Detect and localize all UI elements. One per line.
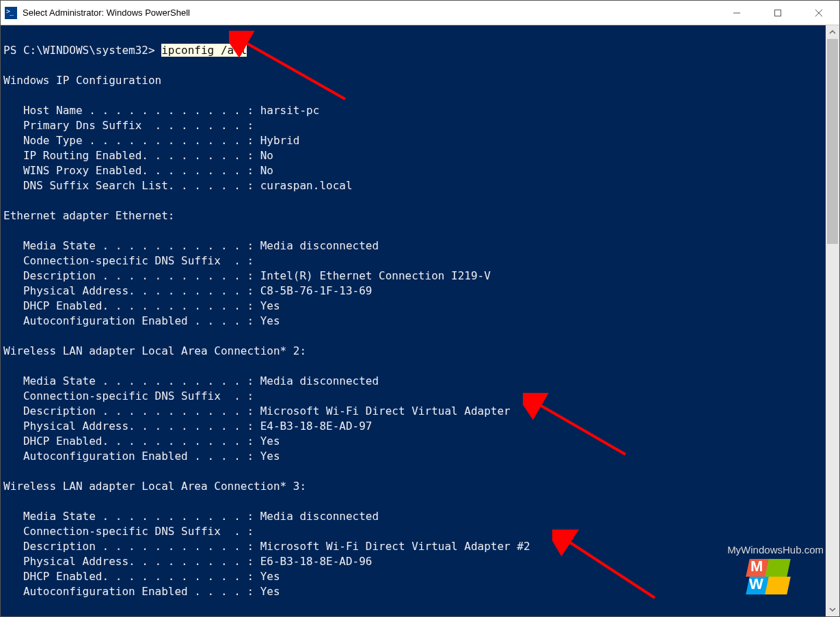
line-dns-search: DNS Suffix Search List. . . . . . : cura… <box>3 179 353 192</box>
scrollbar-thumb[interactable] <box>827 39 838 244</box>
svg-rect-1 <box>775 10 781 16</box>
section-header-wifi: Wireless LAN adapter Wi-Fi: <box>3 615 181 616</box>
wlan2-suffix: Connection-specific DNS Suffix . : <box>3 389 254 402</box>
wlan3-auto: Autoconfiguration Enabled . . . . : Yes <box>3 585 280 598</box>
scroll-down-button[interactable] <box>826 603 839 616</box>
section-header-ipconfig: Windows IP Configuration <box>3 74 161 87</box>
minimize-button[interactable] <box>716 1 757 25</box>
wlan3-phys: Physical Address. . . . . . . . . : E6-B… <box>3 555 372 568</box>
wlan3-suffix: Connection-specific DNS Suffix . : <box>3 525 254 538</box>
wlan2-media: Media State . . . . . . . . . . . : Medi… <box>3 374 379 387</box>
entered-command: ipconfig /all <box>161 44 247 57</box>
eth-desc: Description . . . . . . . . . . . : Inte… <box>3 269 491 282</box>
wlan3-desc: Description . . . . . . . . . . . : Micr… <box>3 540 530 553</box>
line-node-type: Node Type . . . . . . . . . . . . : Hybr… <box>3 134 299 147</box>
wlan2-dhcp: DHCP Enabled. . . . . . . . . . . : Yes <box>3 435 280 448</box>
section-header-ethernet: Ethernet adapter Ethernet: <box>3 209 174 222</box>
wlan3-media: Media State . . . . . . . . . . . : Medi… <box>3 510 379 523</box>
window-title: Select Administrator: Windows PowerShell <box>23 8 716 18</box>
line-primary-dns: Primary Dns Suffix . . . . . . . : <box>3 119 254 132</box>
section-header-wlan3: Wireless LAN adapter Local Area Connecti… <box>3 480 306 493</box>
eth-auto: Autoconfiguration Enabled . . . . : Yes <box>3 314 280 327</box>
scroll-up-button[interactable] <box>826 25 839 39</box>
eth-phys: Physical Address. . . . . . . . . : C8-5… <box>3 284 372 297</box>
line-ip-routing: IP Routing Enabled. . . . . . . . : No <box>3 149 273 162</box>
line-hostname: Host Name . . . . . . . . . . . . : hars… <box>3 104 319 117</box>
powershell-app-icon <box>5 7 17 19</box>
scrollbar-track[interactable] <box>826 25 839 616</box>
wlan2-desc: Description . . . . . . . . . . . : Micr… <box>3 405 511 417</box>
wlan2-auto: Autoconfiguration Enabled . . . . : Yes <box>3 450 280 463</box>
close-button[interactable] <box>798 1 839 25</box>
prompt-prefix: PS C:\WINDOWS\system32> <box>3 44 161 57</box>
eth-dhcp: DHCP Enabled. . . . . . . . . . . : Yes <box>3 299 280 312</box>
wlan3-dhcp: DHCP Enabled. . . . . . . . . . . : Yes <box>3 570 280 583</box>
section-header-wlan2: Wireless LAN adapter Local Area Connecti… <box>3 344 306 357</box>
terminal-output[interactable]: PS C:\WINDOWS\system32> ipconfig /all Wi… <box>1 25 839 616</box>
maximize-button[interactable] <box>757 1 798 25</box>
eth-suffix: Connection-specific DNS Suffix . : <box>3 254 254 267</box>
wlan2-phys: Physical Address. . . . . . . . . : E4-B… <box>3 420 372 433</box>
line-wins-proxy: WINS Proxy Enabled. . . . . . . . : No <box>3 164 273 177</box>
eth-media: Media State . . . . . . . . . . . : Medi… <box>3 239 379 252</box>
